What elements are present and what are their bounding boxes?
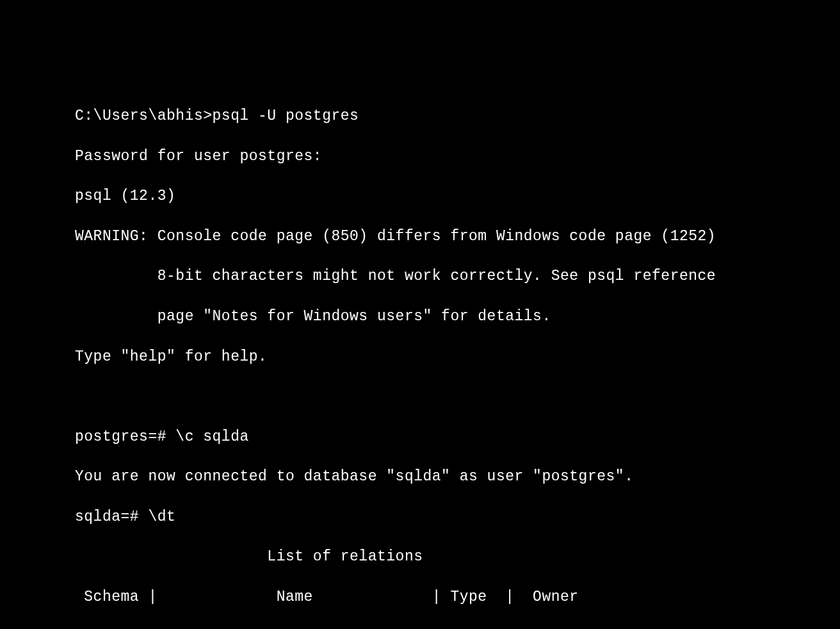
password-prompt: Password for user postgres: [75, 147, 840, 167]
table-title: List of relations [75, 547, 840, 567]
warning-line-1: WARNING: Console code page (850) differs… [75, 227, 840, 247]
command-line-3: sqlda=# \dt [75, 507, 840, 527]
command-text: psql -U postgres [213, 108, 359, 124]
connected-message: You are now connected to database "sqlda… [75, 467, 840, 487]
command-line-2: postgres=# \c sqlda [75, 427, 840, 447]
shell-prompt: C:\Users\abhis> [75, 108, 213, 124]
psql-prompt: postgres=# [75, 429, 175, 445]
psql-prompt: sqlda=# [75, 509, 148, 525]
command-text: \dt [148, 509, 175, 525]
terminal-window[interactable]: C:\Users\abhis>psql -U postgres Password… [0, 80, 840, 629]
command-line-1: C:\Users\abhis>psql -U postgres [75, 106, 840, 126]
warning-line-3: page "Notes for Windows users" for detai… [75, 307, 840, 327]
command-text: \c sqlda [175, 429, 248, 445]
help-line: Type "help" for help. [75, 347, 840, 367]
warning-line-2: 8-bit characters might not work correctl… [75, 266, 840, 286]
blank-line [75, 387, 840, 407]
psql-version: psql (12.3) [75, 186, 840, 206]
table-header: Schema | Name | Type | Owner [75, 587, 840, 607]
